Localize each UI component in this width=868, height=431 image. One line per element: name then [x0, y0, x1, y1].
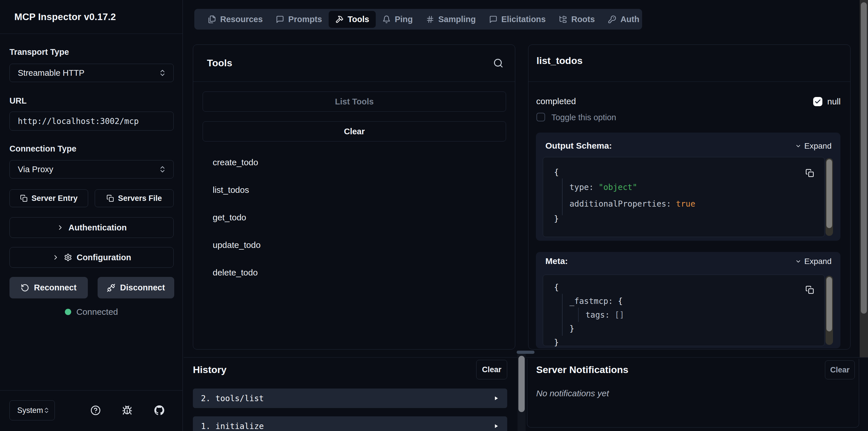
tab-label: Prompts: [288, 14, 322, 24]
theme-select[interactable]: System: [9, 400, 55, 420]
tab-label: Tools: [348, 14, 369, 24]
expand-label: Expand: [804, 142, 832, 151]
param-null-checkbox[interactable]: [813, 97, 823, 106]
configuration-toggle[interactable]: Configuration: [9, 247, 174, 268]
transport-type-select[interactable]: Streamable HTTP: [9, 64, 174, 82]
code-line: type: "object": [569, 183, 637, 192]
authentication-toggle[interactable]: Authentication: [9, 217, 174, 238]
tab-roots[interactable]: Roots: [552, 11, 601, 28]
message-square-icon: [276, 15, 284, 24]
server-entry-button[interactable]: Server Entry: [9, 189, 88, 207]
play-icon[interactable]: [493, 423, 499, 429]
tool-list-item[interactable]: update_todo: [213, 231, 497, 259]
indent-guide: [562, 179, 563, 215]
toggle-option-label: Toggle this option: [551, 113, 616, 122]
history-item[interactable]: 1. initialize: [193, 417, 507, 431]
schema-scrollbar-thumb[interactable]: [826, 159, 832, 228]
tab-label: Sampling: [438, 14, 476, 24]
copy-icon: [20, 194, 28, 202]
tool-list-item[interactable]: delete_todo: [213, 259, 497, 286]
tool-name: create_todo: [213, 157, 258, 167]
meta-code-block: [543, 275, 825, 346]
tools-header-divider: [193, 82, 515, 82]
reconnect-label: Reconnect: [34, 283, 76, 293]
meta-title: Meta:: [546, 256, 568, 266]
check-icon: [814, 98, 821, 105]
detail-header-divider: [528, 82, 850, 82]
connected-dot-icon: [65, 309, 71, 315]
mcp-inspector-app: MCP Inspector v0.17.2 Transport Type Str…: [0, 0, 868, 431]
reconnect-button[interactable]: Reconnect: [9, 277, 88, 299]
history-item-label: 1. initialize: [201, 422, 264, 431]
history-clear-button[interactable]: Clear: [476, 360, 507, 379]
indent-guide: [578, 308, 579, 322]
notifications-title: Server Notifications: [536, 364, 628, 375]
hash-icon: [426, 15, 434, 24]
copy-icon[interactable]: [805, 169, 814, 177]
help-icon[interactable]: [90, 405, 101, 415]
window-scrollbar-thumb[interactable]: [861, 2, 867, 314]
tools-panel: Tools List Tools Clear create_todo list_…: [193, 44, 515, 349]
connection-type-label: Connection Type: [9, 144, 76, 154]
tool-list-item[interactable]: list_todos: [213, 176, 497, 204]
main-tab-bar: Resources Prompts Tools Ping Sampling El…: [194, 9, 642, 30]
servers-file-label: Servers File: [118, 194, 162, 203]
tab-elicitations[interactable]: Elicitations: [483, 11, 553, 28]
url-input[interactable]: [9, 112, 174, 130]
connection-status: Connected: [0, 305, 183, 319]
folder-tree-icon: [559, 15, 567, 24]
code-line: additionalProperties: true: [569, 199, 695, 209]
code-line: }: [554, 338, 559, 347]
output-schema-expand-button[interactable]: Expand: [795, 142, 832, 151]
play-icon[interactable]: [493, 395, 499, 401]
server-entry-label: Server Entry: [32, 194, 78, 203]
tab-resources[interactable]: Resources: [201, 11, 269, 28]
bug-icon[interactable]: [122, 405, 132, 415]
code-line: {: [554, 283, 559, 292]
history-clear-label: Clear: [482, 365, 501, 374]
tab-label: Roots: [571, 14, 595, 24]
tool-name: delete_todo: [213, 268, 258, 277]
bottom-scrollbar-thumb[interactable]: [518, 356, 525, 412]
servers-file-button[interactable]: Servers File: [95, 189, 174, 207]
clear-tools-button[interactable]: Clear: [203, 121, 506, 142]
meta-scrollbar-thumb[interactable]: [826, 277, 832, 332]
theme-value: System: [17, 406, 43, 415]
code-line: }: [554, 214, 559, 223]
chevrons-up-down-icon: [158, 165, 166, 173]
chevron-down-icon: [795, 143, 801, 149]
search-icon[interactable]: [493, 58, 503, 68]
param-null-label: null: [827, 97, 841, 106]
expand-label: Expand: [804, 257, 832, 266]
toggle-option-checkbox[interactable]: [536, 113, 545, 121]
indent-guide: [562, 294, 563, 336]
tab-label: Auth: [620, 14, 639, 24]
tool-list-item[interactable]: create_todo: [213, 149, 497, 176]
tab-prompts[interactable]: Prompts: [269, 11, 329, 28]
tool-list-item[interactable]: get_todo: [213, 204, 497, 231]
transport-type-label: Transport Type: [9, 48, 69, 57]
app-title: MCP Inspector v0.17.2: [14, 11, 116, 22]
code-line: _fastmcp: {: [569, 297, 623, 306]
sidebar-footer-divider: [0, 390, 183, 391]
notifications-clear-label: Clear: [830, 366, 849, 374]
chevron-right-icon: [57, 224, 64, 231]
transport-type-value: Streamable HTTP: [18, 68, 158, 78]
copy-icon[interactable]: [805, 285, 814, 294]
unplug-icon: [107, 283, 115, 292]
meta-expand-button[interactable]: Expand: [795, 257, 832, 266]
connection-type-value: Via Proxy: [18, 165, 158, 174]
clear-tools-label: Clear: [344, 127, 365, 136]
tab-ping[interactable]: Ping: [376, 11, 420, 28]
disconnect-button[interactable]: Disconnect: [98, 277, 174, 299]
list-tools-button[interactable]: List Tools: [203, 92, 506, 112]
tab-tools[interactable]: Tools: [329, 11, 376, 28]
sidebar: MCP Inspector v0.17.2 Transport Type Str…: [0, 0, 183, 431]
github-icon[interactable]: [154, 405, 164, 415]
notifications-clear-button[interactable]: Clear: [825, 361, 855, 379]
history-item[interactable]: 2. tools/list: [193, 389, 507, 408]
tool-name: update_todo: [213, 240, 260, 250]
tab-sampling[interactable]: Sampling: [420, 11, 483, 28]
tab-auth[interactable]: Auth: [601, 11, 646, 28]
connection-type-select[interactable]: Via Proxy: [9, 160, 174, 179]
